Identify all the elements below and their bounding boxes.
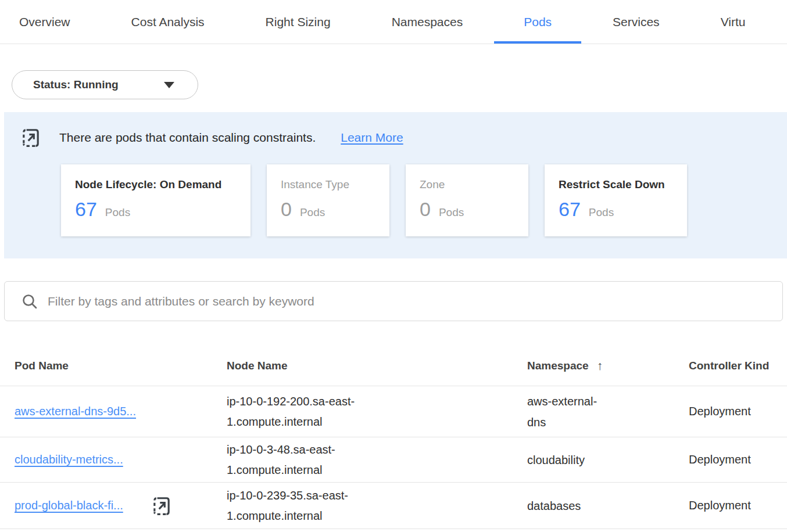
scale-out-icon <box>152 495 171 516</box>
tab-bar: Overview Cost Analysis Right Sizing Name… <box>0 0 787 44</box>
card-value: 0 <box>281 198 292 221</box>
tab-pods[interactable]: Pods <box>524 0 552 44</box>
table-row: prod-global-black-fi... ip-10-0-239-35.s… <box>0 483 787 529</box>
learn-more-link[interactable]: Learn More <box>341 131 403 145</box>
table-header: Pod Name Node Name Namespace ↑ Controlle… <box>0 346 787 386</box>
card-value: 67 <box>75 198 97 221</box>
card-restrict-scale-down[interactable]: Restrict Scale Down 67 Pods <box>545 164 687 236</box>
pod-name-link[interactable]: cloudability-metrics... <box>15 453 123 466</box>
scale-out-icon <box>22 127 40 148</box>
constraint-cards: Node Lifecycle: On Demand 67 Pods Instan… <box>61 164 787 236</box>
column-header-namespace[interactable]: Namespace ↑ <box>527 359 689 373</box>
search-icon <box>21 293 38 310</box>
card-title: Node Lifecycle: On Demand <box>75 178 234 191</box>
status-filter-dropdown[interactable]: Status: Running <box>12 70 198 99</box>
chevron-down-icon <box>164 82 174 88</box>
node-name-cell: ip-10-0-239-35.sa-east-1.compute.interna… <box>227 486 377 526</box>
controller-kind-cell: Deployment <box>689 453 787 466</box>
column-header-controller-kind[interactable]: Controller Kind <box>689 360 787 372</box>
card-unit: Pods <box>439 206 464 219</box>
card-unit: Pods <box>105 206 130 219</box>
column-header-node-name[interactable]: Node Name <box>227 360 527 372</box>
card-unit: Pods <box>589 206 614 219</box>
controller-kind-cell: Deployment <box>689 499 787 512</box>
card-title: Zone <box>420 178 512 191</box>
card-value: 67 <box>559 198 581 221</box>
controller-kind-cell: Deployment <box>689 405 787 418</box>
filter-search-box <box>4 281 783 321</box>
namespace-cell: cloudability <box>527 450 614 470</box>
status-filter-label: Status: Running <box>33 78 119 91</box>
tab-services[interactable]: Services <box>613 0 660 44</box>
table-body: aws-external-dns-9d5... ip-10-0-192-200.… <box>0 386 787 529</box>
tab-right-sizing[interactable]: Right Sizing <box>266 0 331 44</box>
tab-namespaces[interactable]: Namespaces <box>392 0 463 44</box>
namespace-cell: databases <box>527 495 614 516</box>
node-name-cell: ip-10-0-192-200.sa-east-1.compute.intern… <box>227 391 377 432</box>
namespace-cell: aws-external-dns <box>527 391 614 433</box>
tab-cost-analysis[interactable]: Cost Analysis <box>131 0 205 44</box>
card-instance-type[interactable]: Instance Type 0 Pods <box>267 164 389 236</box>
banner-message: There are pods that contain scaling cons… <box>59 131 316 145</box>
sort-ascending-icon: ↑ <box>597 359 603 373</box>
card-zone[interactable]: Zone 0 Pods <box>406 164 528 236</box>
card-title: Instance Type <box>281 178 373 191</box>
scaling-constraints-banner: There are pods that contain scaling cons… <box>4 112 787 258</box>
card-node-lifecycle[interactable]: Node Lifecycle: On Demand 67 Pods <box>61 164 251 236</box>
tab-virtual[interactable]: Virtu <box>721 0 746 44</box>
card-unit: Pods <box>300 206 325 219</box>
table-row: cloudability-metrics... ip-10-0-3-48.sa-… <box>0 437 787 483</box>
card-value: 0 <box>420 198 431 221</box>
column-header-pod-name[interactable]: Pod Name <box>15 360 227 372</box>
table-row: aws-external-dns-9d5... ip-10-0-192-200.… <box>0 386 787 437</box>
pod-name-link[interactable]: aws-external-dns-9d5... <box>15 405 136 418</box>
card-title: Restrict Scale Down <box>559 178 671 191</box>
tab-overview[interactable]: Overview <box>19 0 70 44</box>
pod-name-link[interactable]: prod-global-black-fi... <box>15 499 123 512</box>
node-name-cell: ip-10-0-3-48.sa-east-1.compute.internal <box>227 440 377 480</box>
search-input[interactable] <box>48 294 782 308</box>
